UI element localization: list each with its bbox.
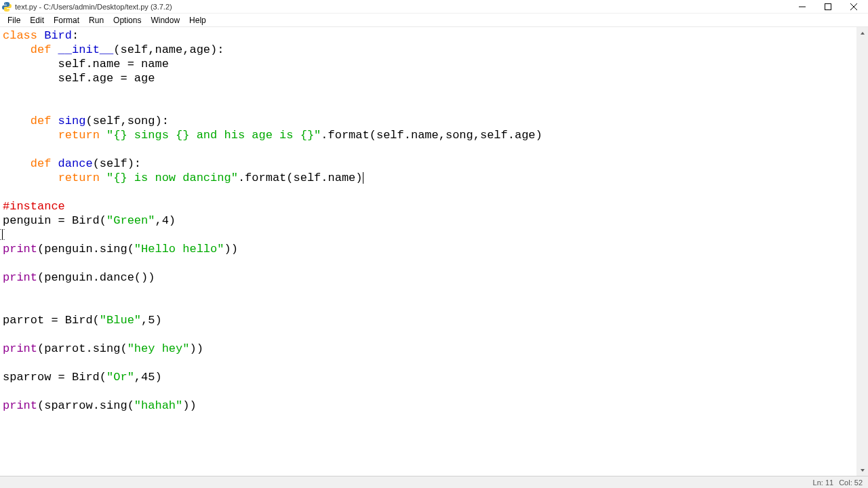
status-line: Ln: 11 (813, 479, 834, 487)
code-text (100, 171, 106, 184)
code-text: ,5) (141, 314, 162, 327)
func-name: sing (51, 115, 85, 127)
keyword: def (31, 115, 52, 127)
code-text: parrot = Bird( (3, 314, 100, 327)
builtin: print (3, 271, 37, 284)
func-name: dance (51, 157, 92, 170)
code-text: (self,song): (85, 115, 168, 127)
code-text: self.name = name (3, 58, 169, 70)
code-text: sparrow = Bird( (3, 371, 106, 384)
builtin: print (3, 342, 37, 355)
editor-area: class Bird: def __init__(self,name,age):… (0, 27, 868, 476)
window-title: text.py - C:/Users/admin/Desktop/text.py… (15, 3, 789, 11)
code-text: (self): (93, 157, 141, 170)
code-text: self.age = age (3, 72, 155, 85)
code-text: : (72, 29, 79, 42)
code-text: (penguin.dance()) (37, 271, 155, 284)
code-text: (sparrow.sing( (37, 399, 134, 412)
menu-edit[interactable]: Edit (25, 14, 49, 26)
builtin: print (3, 399, 37, 412)
keyword: def (31, 43, 52, 56)
statusbar: Ln: 11 Col: 52 (0, 476, 868, 488)
code-text (3, 171, 58, 184)
menu-run[interactable]: Run (84, 14, 108, 26)
code-text (3, 115, 31, 127)
string-literal: "Hello hello" (134, 243, 224, 256)
menu-format[interactable]: Format (49, 14, 84, 26)
menu-file[interactable]: File (3, 14, 25, 26)
keyword: return (58, 171, 100, 184)
code-text: (parrot.sing( (37, 342, 127, 355)
func-name: __init__ (51, 43, 113, 56)
code-text: .format(self.name,song,self.age) (321, 129, 542, 142)
maximize-button[interactable] (815, 0, 841, 14)
window-controls (789, 0, 867, 14)
code-text (100, 129, 106, 142)
text-cursor (363, 172, 363, 184)
minimize-button[interactable] (789, 0, 815, 14)
svg-rect-0 (825, 3, 831, 9)
string-literal: "hahah" (134, 399, 182, 412)
scroll-up-icon[interactable] (856, 27, 868, 39)
string-literal: "Green" (106, 214, 155, 227)
builtin: print (3, 243, 37, 256)
code-text: ,4) (155, 214, 176, 227)
close-button[interactable] (841, 0, 867, 14)
menu-options[interactable]: Options (108, 14, 146, 26)
code-text (3, 129, 58, 142)
keyword: return (58, 129, 100, 142)
python-icon (1, 1, 12, 12)
keyword: def (31, 157, 52, 170)
menu-help[interactable]: Help (184, 14, 211, 26)
code-text: (penguin.sing( (37, 243, 134, 256)
scrollbar-thumb[interactable] (856, 39, 868, 464)
code-text: .format(self.name) (238, 171, 363, 184)
string-literal: "Blue" (100, 314, 141, 327)
string-literal: "hey hey" (127, 342, 190, 355)
string-literal: "{} is now dancing" (106, 171, 238, 184)
code-text: )) (182, 399, 196, 412)
titlebar: text.py - C:/Users/admin/Desktop/text.py… (0, 0, 868, 14)
class-name: Bird (37, 29, 72, 42)
code-text: ,45) (134, 371, 162, 384)
string-literal: "{} sings {} and his age is {}" (106, 129, 321, 142)
keyword: class (3, 29, 37, 42)
scroll-down-icon[interactable] (856, 464, 868, 476)
code-text: )) (224, 243, 237, 256)
status-col: Col: 52 (839, 479, 863, 487)
code-text (3, 43, 31, 56)
code-text (3, 157, 31, 170)
code-editor[interactable]: class Bird: def __init__(self,name,age):… (0, 27, 856, 476)
comment: #instance (3, 200, 65, 213)
code-text: penguin = Bird( (3, 214, 106, 227)
menu-window[interactable]: Window (146, 14, 184, 26)
menubar: File Edit Format Run Options Window Help (0, 14, 868, 27)
code-text: )) (189, 342, 203, 355)
string-literal: "Or" (106, 371, 134, 384)
code-text: (self,name,age): (113, 43, 224, 56)
vertical-scrollbar[interactable] (856, 27, 868, 476)
